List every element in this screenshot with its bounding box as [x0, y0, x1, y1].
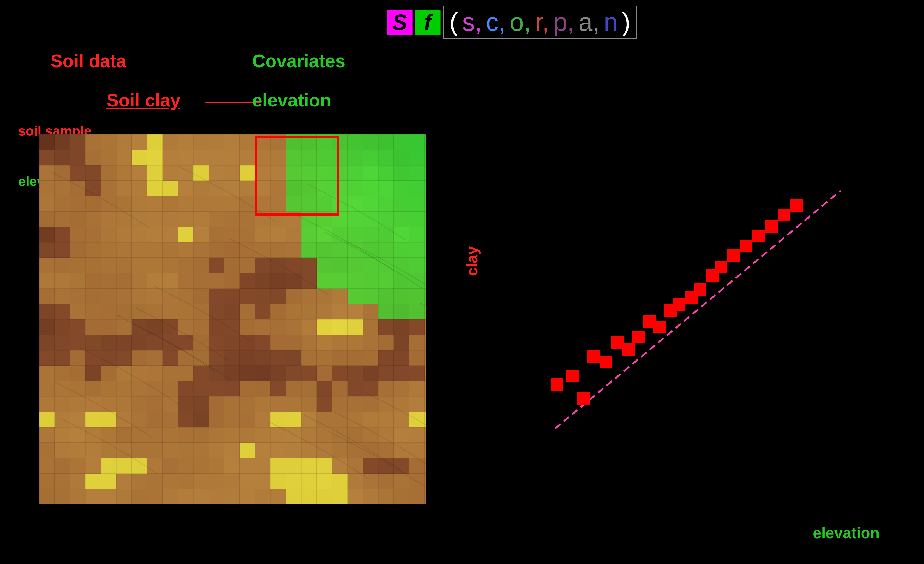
- svg-rect-7: [578, 392, 590, 405]
- letter-o: o,: [510, 8, 531, 37]
- svg-rect-26: [790, 199, 803, 212]
- clay-axis-label: clay: [463, 246, 481, 276]
- svg-rect-8: [587, 350, 600, 363]
- map-canvas: [39, 135, 426, 504]
- svg-rect-18: [694, 283, 706, 296]
- elevation-axis-label: elevation: [813, 524, 879, 542]
- svg-line-4: [555, 190, 841, 429]
- formula-container: S f ( s, c, o, r, p, a, n ): [387, 6, 637, 39]
- f-box: f: [415, 10, 440, 35]
- close-paren: ): [622, 8, 630, 37]
- svg-rect-11: [622, 343, 635, 356]
- open-paren: (: [450, 8, 458, 37]
- svg-rect-16: [673, 298, 685, 311]
- covariates-label: Covariates: [252, 50, 345, 72]
- map-container: [39, 135, 426, 504]
- svg-rect-24: [765, 220, 778, 232]
- svg-rect-12: [632, 331, 645, 343]
- elevation-covariate-label: elevation: [252, 90, 331, 111]
- svg-rect-14: [653, 321, 666, 333]
- svg-rect-5: [551, 378, 563, 391]
- letter-c: c,: [486, 8, 506, 37]
- f-letter: f: [424, 9, 432, 35]
- svg-rect-20: [715, 261, 727, 273]
- letter-r: r,: [535, 8, 549, 37]
- formula-text: ( s, c, o, r, p, a, n ): [443, 6, 637, 39]
- letter-a: a,: [579, 8, 600, 37]
- scatter-container: [476, 135, 897, 527]
- scatter-svg: [476, 135, 897, 527]
- soil-clay-label: Soil clay: [106, 90, 180, 111]
- svg-rect-23: [753, 230, 765, 242]
- selection-box: [255, 136, 339, 216]
- svg-rect-6: [566, 370, 579, 382]
- svg-rect-9: [600, 356, 612, 368]
- s-box: S: [387, 10, 412, 35]
- s-letter: S: [392, 9, 407, 35]
- letter-p: p,: [553, 8, 574, 37]
- soil-data-label: Soil data: [51, 50, 126, 72]
- svg-rect-22: [740, 240, 753, 252]
- svg-rect-21: [727, 249, 740, 262]
- svg-rect-10: [611, 336, 624, 349]
- letter-n: n: [604, 8, 618, 37]
- svg-rect-25: [778, 209, 790, 221]
- letter-s: s,: [462, 8, 482, 37]
